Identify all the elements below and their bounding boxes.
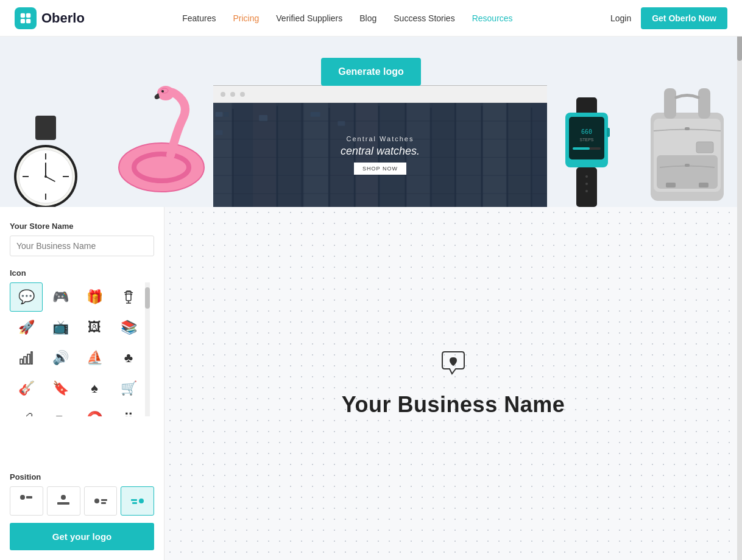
svg-rect-29 <box>304 103 328 207</box>
icon-circle[interactable]: ⭕ <box>78 404 111 416</box>
svg-text:660: 660 <box>581 128 592 135</box>
svg-rect-86 <box>27 354 30 364</box>
hero-flamingo-image <box>110 76 213 207</box>
nav-verified-suppliers[interactable]: Verified Suppliers <box>276 13 342 23</box>
svg-rect-30 <box>328 108 330 207</box>
svg-rect-43 <box>483 103 506 207</box>
svg-rect-3 <box>26 18 30 23</box>
logo[interactable]: Oberlo <box>15 7 85 29</box>
svg-rect-46 <box>531 108 532 207</box>
icon-chart[interactable] <box>10 343 43 373</box>
svg-rect-91 <box>57 502 69 505</box>
position-top-left-button[interactable] <box>10 486 43 516</box>
svg-rect-56 <box>311 112 320 117</box>
svg-rect-37 <box>407 103 430 207</box>
svg-rect-72 <box>654 119 721 192</box>
svg-rect-53 <box>224 112 229 117</box>
icon-gift[interactable]: 🎁 <box>78 282 111 312</box>
svg-text:STEPS: STEPS <box>580 138 594 142</box>
position-top-center-button[interactable] <box>47 486 80 516</box>
svg-rect-23 <box>213 103 231 207</box>
left-panel: Your Store Name Icon 💬 🎮 🎁 <box>0 207 164 560</box>
login-link[interactable]: Login <box>610 13 631 23</box>
hero-store-preview: Central Watches central watches. SHOP NO… <box>213 85 547 207</box>
icon-books[interactable]: 📚 <box>112 313 145 342</box>
svg-rect-39 <box>433 103 454 207</box>
get-logo-button[interactable]: Get your logo <box>10 523 154 550</box>
position-label: Position <box>10 472 154 481</box>
svg-rect-33 <box>356 103 378 207</box>
icon-paint[interactable]: 🖌 <box>10 404 43 416</box>
svg-rect-79 <box>699 183 708 187</box>
svg-rect-78 <box>666 183 676 187</box>
icon-bookmark[interactable]: 🔖 <box>44 374 77 403</box>
icon-wifi-device[interactable] <box>112 282 145 312</box>
icon-dots[interactable]: ⠿ <box>112 404 145 416</box>
position-icon-right-button[interactable] <box>121 486 154 516</box>
icon-scroll-area[interactable]: 💬 🎮 🎁 � <box>10 282 145 416</box>
nav-success-stories[interactable]: Success Stories <box>394 13 454 23</box>
svg-rect-76 <box>664 88 676 119</box>
svg-rect-84 <box>20 359 23 364</box>
svg-point-68 <box>585 175 588 178</box>
svg-line-19 <box>155 94 158 97</box>
svg-point-16 <box>119 143 204 192</box>
logo-preview-icon <box>439 349 468 385</box>
icon-gamepad[interactable]: 🎮 <box>44 282 77 312</box>
icon-grid: 💬 🎮 🎁 � <box>10 282 145 416</box>
icon-guitar[interactable]: 🎸 <box>10 374 43 403</box>
svg-rect-4 <box>35 116 56 140</box>
get-oberlo-button[interactable]: Get Oberlo Now <box>641 7 727 29</box>
icon-section: Icon 💬 🎮 🎁 <box>10 264 154 465</box>
svg-rect-22 <box>213 103 547 207</box>
nav-links: Features Pricing Verified Suppliers Blog… <box>182 13 512 23</box>
store-name-input[interactable] <box>10 236 154 256</box>
navbar: Oberlo Features Pricing Verified Supplie… <box>0 0 742 37</box>
hero-fitness-band-image: 660 STEPS <box>547 97 626 207</box>
svg-rect-55 <box>259 115 267 121</box>
svg-rect-61 <box>569 117 604 159</box>
icon-tv[interactable]: 📺 <box>44 313 77 342</box>
store-preview-tagline: central watches. <box>341 145 420 158</box>
svg-point-92 <box>94 499 99 503</box>
position-icon-left-button[interactable] <box>84 486 118 516</box>
nav-features[interactable]: Features <box>182 13 216 23</box>
svg-rect-80 <box>696 142 713 153</box>
icon-edit[interactable]: ✏ <box>44 404 77 416</box>
icon-spades[interactable]: ♠ <box>78 374 111 403</box>
nav-resources[interactable]: Resources <box>472 13 513 23</box>
icon-speaker[interactable]: 🔊 <box>44 343 77 373</box>
main-layout: Your Store Name Icon 💬 🎮 🎁 <box>0 207 742 560</box>
store-preview-header <box>213 86 547 103</box>
svg-rect-44 <box>507 103 508 207</box>
generate-logo-button[interactable]: Generate logo <box>321 58 421 86</box>
icon-shopping-cart[interactable]: 🛒 <box>112 374 145 403</box>
svg-rect-36 <box>405 103 406 207</box>
hero-products: Central Watches central watches. SHOP NO… <box>0 76 742 207</box>
logo-text: Oberlo <box>41 10 85 26</box>
nav-pricing[interactable]: Pricing <box>233 13 260 23</box>
store-shop-now-button: SHOP NOW <box>354 163 406 175</box>
icon-photo[interactable]: 🖼 <box>78 313 111 342</box>
svg-rect-1 <box>26 13 30 17</box>
icon-scrollbar-thumb <box>145 287 150 309</box>
nav-blog[interactable]: Blog <box>359 13 376 23</box>
icon-rocket[interactable]: 🚀 <box>10 313 43 342</box>
icon-heart-chat[interactable]: 💬 <box>10 282 43 312</box>
svg-line-14 <box>46 177 55 181</box>
svg-rect-85 <box>24 357 26 364</box>
svg-rect-94 <box>101 502 106 504</box>
svg-rect-97 <box>132 502 137 504</box>
svg-point-8 <box>44 175 47 178</box>
page-scrollbar-track[interactable] <box>737 0 742 560</box>
svg-rect-93 <box>101 499 107 501</box>
svg-point-95 <box>139 499 144 503</box>
logo-preview: Your Business Name <box>342 349 565 418</box>
svg-rect-57 <box>337 121 345 126</box>
icon-clubs[interactable]: ♣ <box>112 343 145 373</box>
icon-section-label: Icon <box>10 268 154 278</box>
logo-preview-name: Your Business Name <box>342 392 565 418</box>
svg-rect-2 <box>21 18 25 23</box>
svg-point-88 <box>20 495 25 500</box>
icon-sailboat[interactable]: ⛵ <box>78 343 111 373</box>
